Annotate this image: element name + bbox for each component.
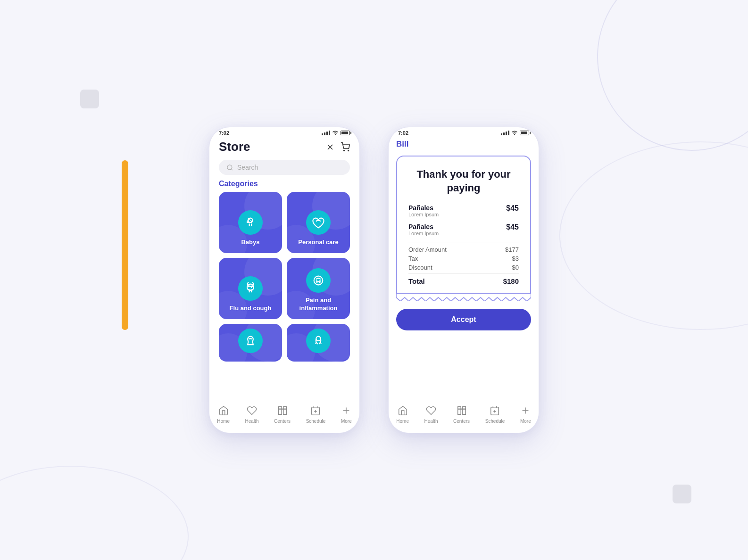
category-icon-flu xyxy=(238,276,263,301)
receipt-card: Thank you for your paying Pañales Lorem … xyxy=(396,156,531,294)
category-card-pain[interactable]: Pain and inflammation xyxy=(287,258,350,319)
bill-item-2-price: $45 xyxy=(506,223,519,231)
discount-label: Discount xyxy=(408,264,432,271)
signal-1b xyxy=(501,133,502,135)
bg-decor-bottom-left xyxy=(0,466,189,560)
svg-point-9 xyxy=(249,286,249,287)
category-card-nervous[interactable] xyxy=(287,324,350,362)
nav-label-centers-2: Centers xyxy=(453,419,470,424)
bottom-nav-1: Home Health Centers Schedule xyxy=(209,400,359,433)
building-icon-2 xyxy=(457,405,467,418)
notch-2 xyxy=(435,127,492,138)
bg-decor-right xyxy=(559,141,748,330)
svg-point-4 xyxy=(227,165,232,169)
schedule-icon-1 xyxy=(310,405,321,418)
svg-rect-15 xyxy=(278,407,281,415)
bill-item-2-sub: Lorem Ipsum xyxy=(408,231,439,236)
bill-item-1-name: Pañales xyxy=(408,204,439,212)
category-icon-digestive xyxy=(238,329,263,353)
nav-schedule-1[interactable]: Schedule xyxy=(306,405,326,424)
nav-schedule-2[interactable]: Schedule xyxy=(485,405,505,424)
svg-line-5 xyxy=(231,169,233,170)
bill-item-2-name: Pañales xyxy=(408,223,439,231)
category-card-babys[interactable]: Babys xyxy=(219,192,282,253)
category-icon-pain xyxy=(306,268,331,293)
svg-point-10 xyxy=(252,286,253,287)
svg-point-2 xyxy=(344,150,345,151)
bill-header: Bill xyxy=(396,136,531,152)
categories-label: Categories xyxy=(219,180,350,188)
signal-3b xyxy=(506,132,507,135)
nav-more-2[interactable]: More xyxy=(520,405,531,424)
bill-total: Total $180 xyxy=(408,273,519,285)
category-card-personal-care[interactable]: Personal care xyxy=(287,192,350,253)
accept-button[interactable]: Accept xyxy=(396,309,531,330)
category-name-personal-care: Personal care xyxy=(298,239,338,247)
order-amount-value: $177 xyxy=(505,246,519,253)
svg-rect-27 xyxy=(457,409,465,410)
bill-item-1-sub: Lorem Ipsum xyxy=(408,212,439,217)
more-icon-2 xyxy=(520,405,531,418)
battery-icon-1 xyxy=(341,131,350,135)
close-icon[interactable] xyxy=(325,142,335,152)
bill-discount: Discount $0 xyxy=(408,264,519,271)
order-amount-label: Order Amount xyxy=(408,246,447,253)
signal-4b xyxy=(508,131,509,135)
categories-grid: Babys Personal care Flu and cough xyxy=(219,192,350,362)
tax-label: Tax xyxy=(408,255,418,262)
nav-label-home-1: Home xyxy=(217,419,230,424)
svg-point-14 xyxy=(316,337,320,341)
total-value: $180 xyxy=(503,277,519,285)
bill-order-amount: Order Amount $177 xyxy=(408,246,519,253)
search-bar[interactable]: Search xyxy=(219,160,350,175)
building-icon-1 xyxy=(277,405,288,418)
receipt-zigzag xyxy=(396,294,531,301)
wifi-icon-2 xyxy=(511,130,518,136)
bg-dot-left xyxy=(80,90,99,108)
nav-centers-1[interactable]: Centers xyxy=(274,405,291,424)
nav-health-2[interactable]: Health xyxy=(424,405,438,424)
svg-point-7 xyxy=(248,219,249,220)
signal-3 xyxy=(326,132,328,135)
category-icon-nervous xyxy=(306,329,331,353)
phone-store: 7:02 Store xyxy=(209,127,360,433)
status-icons-1 xyxy=(322,130,350,136)
store-header: Store xyxy=(219,136,350,156)
nav-label-centers-1: Centers xyxy=(274,419,291,424)
store-title: Store xyxy=(219,140,250,154)
bill-divider-1 xyxy=(408,242,519,242)
bill-tax: Tax $3 xyxy=(408,255,519,262)
bill-item-2: Pañales Lorem Ipsum $45 xyxy=(408,223,519,236)
battery-icon-2 xyxy=(520,131,529,135)
nav-home-1[interactable]: Home xyxy=(217,405,230,424)
notch-1 xyxy=(256,127,313,138)
discount-value: $0 xyxy=(512,264,519,271)
svg-point-11 xyxy=(314,276,323,285)
nav-label-health-1: Health xyxy=(245,419,259,424)
category-card-flu-cough[interactable]: Flu and cough xyxy=(219,258,282,319)
category-card-digestive[interactable] xyxy=(219,324,282,362)
home-icon-1 xyxy=(218,405,229,418)
home-icon-2 xyxy=(398,405,408,418)
nav-label-health-2: Health xyxy=(424,419,438,424)
status-time-1: 7:02 xyxy=(219,130,229,136)
nav-centers-2[interactable]: Centers xyxy=(453,405,470,424)
phone1-content: Store Search Categories xyxy=(209,136,359,408)
orange-bar-accent xyxy=(122,160,128,330)
nav-label-more-1: More xyxy=(341,419,352,424)
category-name-flu-cough: Flu and cough xyxy=(230,305,272,313)
category-icon-babys xyxy=(238,210,263,235)
cart-icon[interactable] xyxy=(341,142,350,152)
category-name-babys: Babys xyxy=(241,239,259,247)
nav-more-1[interactable]: More xyxy=(341,405,352,424)
bill-item-1-price: $45 xyxy=(506,204,519,213)
heart-icon-2 xyxy=(426,405,436,418)
svg-point-3 xyxy=(348,150,349,151)
bill-back-link[interactable]: Bill xyxy=(396,140,408,148)
phone-bill: 7:02 Bill xyxy=(388,127,539,433)
nav-health-1[interactable]: Health xyxy=(245,405,259,424)
bill-item-1: Pañales Lorem Ipsum $45 xyxy=(408,204,519,217)
thank-you-text: Thank you for your paying xyxy=(408,168,519,195)
nav-home-2[interactable]: Home xyxy=(396,405,409,424)
status-time-2: 7:02 xyxy=(398,130,408,136)
